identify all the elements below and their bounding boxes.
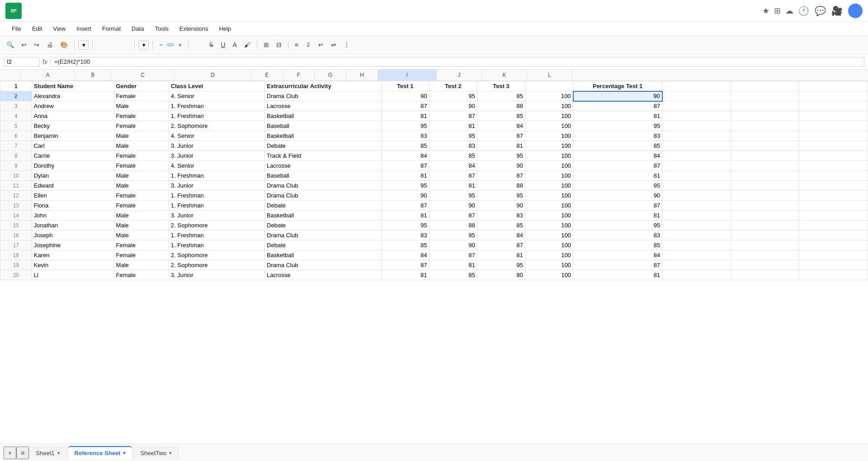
search-button[interactable]: 🔍 — [4, 39, 17, 50]
table-row: 19KevinMale2. SophomoreDrama Club8781951… — [0, 260, 868, 270]
table-row: 6BenjaminMale4. SeniorBasketball83958710… — [0, 131, 868, 141]
menu-data[interactable]: Data — [127, 24, 148, 34]
table-row: 8CarrieFemale3. JuniorTrack & Field84859… — [0, 151, 868, 161]
col-header-c[interactable]: C — [111, 70, 175, 80]
font-selector[interactable]: ▾ — [138, 40, 149, 50]
align-button[interactable]: ≡ — [292, 39, 301, 50]
col-header-a[interactable]: A — [21, 70, 75, 80]
menu-insert[interactable]: Insert — [72, 24, 96, 34]
svg-rect-2 — [11, 10, 17, 11]
direction-button[interactable]: ⇌ — [328, 39, 339, 50]
tab-sheet1[interactable]: Sheet1 ▾ — [29, 447, 66, 459]
underline-button[interactable]: U — [218, 39, 228, 50]
avatar[interactable] — [848, 4, 863, 18]
history-icon[interactable]: 🕐 — [798, 5, 809, 16]
strikethrough-button[interactable]: S̶ — [207, 39, 216, 50]
comment-icon[interactable]: 💬 — [815, 5, 826, 16]
bold-button[interactable] — [192, 43, 198, 47]
zoom-selector[interactable]: ▾ — [78, 40, 89, 50]
svg-rect-3 — [11, 11, 15, 12]
valign-button[interactable]: ⇩ — [303, 39, 314, 50]
borders-button[interactable]: ⊞ — [261, 39, 272, 50]
wrap-button[interactable]: ↵ — [316, 39, 326, 50]
currency-button[interactable] — [96, 43, 102, 47]
col-header-j[interactable]: J — [437, 70, 482, 80]
font-size-box[interactable] — [167, 43, 174, 46]
separator-6 — [257, 40, 257, 49]
print-button[interactable]: 🖨 — [44, 39, 56, 50]
menu-edit[interactable]: Edit — [28, 24, 47, 34]
cloud-icon[interactable]: ☁ — [785, 6, 793, 16]
svg-rect-1 — [11, 9, 17, 9]
menu-tools[interactable]: Tools — [150, 24, 173, 34]
menu-file[interactable]: File — [7, 24, 26, 34]
col-header-k[interactable]: K — [482, 70, 527, 80]
col-header-g[interactable]: G — [315, 70, 346, 80]
table-row: 9DorothyFemale4. SeniorLacrosse878490100… — [0, 161, 868, 171]
cell-reference-input[interactable] — [4, 57, 40, 66]
menu-extensions[interactable]: Extensions — [175, 24, 213, 34]
highlight-color-button[interactable]: 🖌 — [241, 39, 253, 50]
italic-button[interactable] — [199, 43, 205, 47]
tab-bar: + ≡ Sheet1 ▾ Reference Sheet ▾ SheetTwo … — [0, 444, 868, 461]
tab-reference-sheet[interactable]: Reference Sheet ▾ — [68, 446, 133, 459]
menu-help[interactable]: Help — [214, 24, 236, 34]
redo-button[interactable]: ↪ — [31, 39, 42, 50]
tab-sheettwo[interactable]: SheetTwo ▾ — [133, 447, 179, 459]
col-header-i[interactable]: I — [378, 70, 437, 80]
percent-button[interactable] — [104, 43, 109, 47]
add-sheet-button[interactable]: + — [4, 447, 16, 459]
table-row: 20LiFemale3. JuniorLacrosse81858010081 — [0, 270, 868, 280]
menu-format[interactable]: Format — [98, 24, 125, 34]
col-header-b[interactable]: B — [75, 70, 111, 80]
table-row: 18KarenFemale2. SophomoreBasketball84878… — [0, 250, 868, 260]
zoom-chevron: ▾ — [82, 42, 85, 48]
table-row: 11EdwardMale3. JuniorDrama Club958188100… — [0, 181, 868, 191]
text-color-button[interactable]: A — [230, 39, 240, 50]
menu-bar: File Edit View Insert Format Data Tools … — [0, 22, 868, 35]
formula-input[interactable] — [50, 57, 864, 66]
separator-7 — [288, 40, 288, 49]
undo-button[interactable]: ↩ — [19, 39, 29, 50]
paint-format-button[interactable]: 🎨 — [57, 39, 71, 50]
tab-sheet1-chevron: ▾ — [57, 450, 60, 456]
separator-3 — [134, 40, 135, 49]
more-button[interactable]: ⋮ — [341, 39, 353, 50]
top-bar: ★ ⊞ ☁ 🕐 💬 🎥 — [0, 0, 868, 22]
dec-left-button[interactable] — [111, 43, 116, 47]
table-row: 12EllenFemale1. FreshmanDrama Club909595… — [0, 191, 868, 201]
font-size-decrease[interactable]: − — [156, 39, 165, 50]
col-header-l[interactable]: L — [527, 70, 572, 80]
table-row: 4AnnaFemale1. FreshmanBasketball81878510… — [0, 111, 868, 121]
tab-reference-sheet-label: Reference Sheet — [75, 450, 121, 456]
tab-reference-sheet-chevron: ▾ — [123, 450, 126, 456]
corner-cell — [0, 70, 21, 80]
table-row: 5BeckyFemale2. SophomoreBaseball95818410… — [0, 121, 868, 131]
meet-icon[interactable]: 🎥 — [831, 5, 843, 16]
merge-button[interactable]: ⊟ — [274, 39, 284, 50]
fx-label: fx — [42, 58, 47, 66]
col-header-e[interactable]: E — [251, 70, 283, 80]
table-row: 14JohnMale3. JuniorBasketball81878310081 — [0, 211, 868, 221]
separator-1 — [74, 40, 75, 49]
tab-sheettwo-chevron: ▾ — [169, 450, 172, 456]
table-row: 16JosephMale1. FreshmanDrama Club8395841… — [0, 230, 868, 240]
dec-right-button[interactable] — [118, 43, 123, 47]
star-icon[interactable]: ★ — [762, 6, 769, 16]
table-row: 7CarlMale3. JuniorDebate85838110085 — [0, 141, 868, 151]
grid-container[interactable]: 1Student NameGenderClass LevelExtracurri… — [0, 81, 868, 444]
table-row: 17JosephineFemale1. FreshmanDebate859087… — [0, 240, 868, 250]
font-chevron: ▾ — [142, 42, 146, 48]
spreadsheet: A B C D E F G H I J K L — [0, 70, 868, 444]
col-header-d[interactable]: D — [175, 70, 251, 80]
font-size-increase[interactable]: + — [175, 39, 184, 50]
table-row: 10DylanMale1. FreshmanBaseball8187871008… — [0, 171, 868, 181]
drive-icon[interactable]: ⊞ — [774, 6, 781, 16]
col-header-h[interactable]: H — [346, 70, 378, 80]
number-format-button[interactable] — [125, 43, 131, 47]
formula-bar: fx — [0, 54, 868, 70]
col-header-f[interactable]: F — [283, 70, 315, 80]
app-icon — [5, 3, 22, 19]
menu-view[interactable]: View — [48, 24, 70, 34]
sheet-list-button[interactable]: ≡ — [16, 447, 29, 459]
